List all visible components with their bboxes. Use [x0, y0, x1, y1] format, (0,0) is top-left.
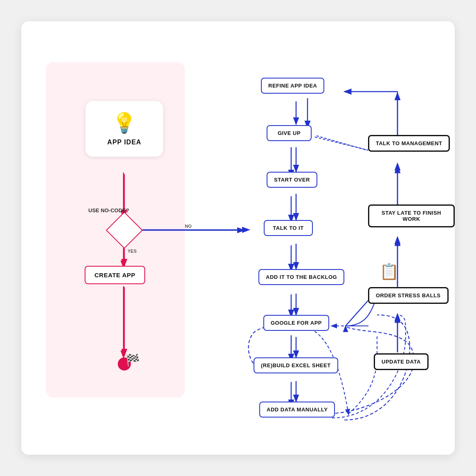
app-idea-label: APP IDEA [107, 139, 141, 146]
svg-line-35 [317, 136, 368, 150]
lightbulb-icon: 💡 [112, 112, 137, 135]
refine-app-idea-node: REFINE APP IDEA [261, 78, 324, 94]
rebuild-excel-node: (RE)BUILD EXCEL SHEET [254, 357, 338, 373]
add-to-backlog-label: ADD IT TO THE BACKLOG [258, 269, 344, 285]
app-idea-node: 💡 APP IDEA [85, 101, 163, 157]
svg-line-36 [346, 301, 368, 326]
update-data-node: UPDATE DATA [374, 353, 429, 370]
svg-line-18 [346, 299, 367, 326]
google-for-app-label: GOOGLE FOR APP [263, 315, 329, 331]
yes-label: YES [128, 249, 137, 254]
add-data-manually-label: ADD DATA MANUALLY [259, 402, 335, 418]
talk-to-it-node: TALK TO IT [264, 220, 313, 236]
create-app-label: CREATE APP [85, 266, 145, 284]
decision-diamond [111, 217, 137, 243]
rebuild-excel-label: (RE)BUILD EXCEL SHEET [254, 357, 338, 373]
order-stress-balls-node: ORDER STRESS BALLS [368, 287, 449, 304]
use-nocode-label: Use No-Code? [88, 207, 129, 213]
create-app-node: CREATE APP [85, 266, 145, 284]
stay-late-label: STAY LATE TO FINISH WORK [368, 204, 455, 227]
start-over-node: START OVER [267, 172, 317, 188]
svg-line-17 [346, 299, 367, 326]
add-to-backlog-node: ADD IT TO THE BACKLOG [258, 269, 344, 285]
no-label: NO [185, 224, 192, 229]
give-up-label: GIVE UP [267, 125, 312, 141]
give-up-node: GIVE UP [267, 125, 312, 141]
talk-to-it-label: TALK TO IT [264, 220, 313, 236]
stacked-pages-icon: 📋 [379, 263, 399, 281]
talk-to-management-node: TALK TO MANAGEMENT [368, 135, 450, 152]
flag-icon: 🏁 [126, 353, 140, 367]
diagram-container: 💡 APP IDEA Use No-Code? YES NO CREATE AP… [21, 21, 455, 455]
google-for-app-node: GOOGLE FOR APP [263, 315, 329, 331]
diamond-shape [106, 212, 143, 249]
talk-to-management-label: TALK TO MANAGEMENT [368, 135, 450, 152]
svg-line-15 [315, 137, 368, 150]
stay-late-node: STAY LATE TO FINISH WORK [368, 204, 455, 227]
order-stress-balls-label: ORDER STRESS BALLS [368, 287, 449, 304]
update-data-label: UPDATE DATA [374, 353, 429, 370]
start-over-label: START OVER [267, 172, 317, 188]
add-data-manually-node: ADD DATA MANUALLY [259, 402, 335, 418]
refine-app-idea-label: REFINE APP IDEA [261, 78, 324, 94]
